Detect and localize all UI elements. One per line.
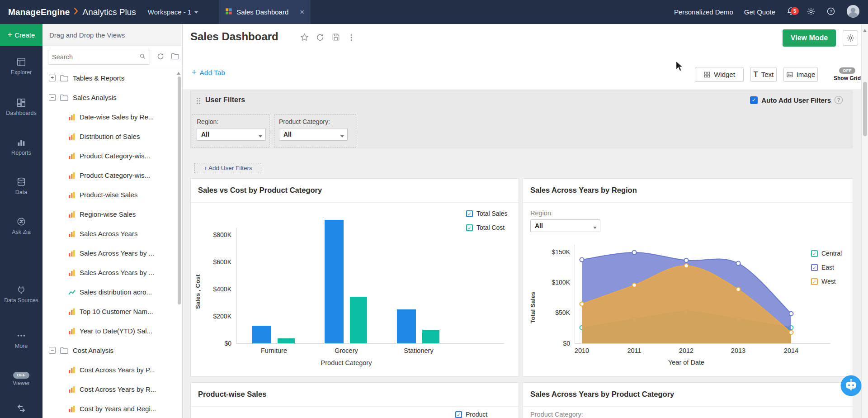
tree-item[interactable]: Product Category-wis... [42, 166, 183, 185]
collapse-icon[interactable]: − [49, 347, 56, 354]
sidebar-item-label: Data Sources [4, 297, 38, 304]
legend-checkbox[interactable] [466, 224, 473, 231]
tree-item[interactable]: Distribution of Sales [42, 127, 183, 146]
tree-item[interactable]: Date-wise Sales by Re... [42, 107, 183, 127]
tree-item[interactable]: Sales distribution acro... [42, 282, 183, 302]
view-mode-button[interactable]: View Mode [783, 29, 836, 47]
collapse-icon[interactable]: − [49, 94, 56, 101]
refresh-views-icon[interactable] [156, 52, 165, 62]
folder-icon [60, 74, 69, 83]
bar-chart-icon [68, 133, 75, 140]
legend-central[interactable]: Central [811, 250, 842, 257]
tree-item[interactable]: Sales Across Years by ... [42, 263, 183, 282]
scroll-up-icon[interactable] [863, 27, 867, 32]
legend-checkbox[interactable] [811, 278, 818, 285]
collapse-sidebar-button[interactable] [0, 403, 42, 416]
sidebar-item-data[interactable]: Data [0, 177, 42, 196]
tree-folder-sales-analysis[interactable]: − Sales Analysis [42, 88, 183, 107]
auto-add-checkbox[interactable] [750, 96, 758, 104]
scrollbar-thumb[interactable] [863, 82, 867, 136]
tree-item[interactable]: Cost by Years and Regi... [42, 399, 183, 418]
show-grid-toggle[interactable]: OFF Show Grid [832, 66, 862, 81]
help-icon[interactable]: ? [826, 7, 835, 18]
text-button[interactable]: T Text [750, 67, 777, 82]
sales-by-product-category-card: Sales Across Years by Product Category P… [523, 382, 853, 418]
scroll-up-icon[interactable] [177, 70, 180, 75]
search-box[interactable] [48, 50, 150, 65]
personalized-demo-link[interactable]: Personalized Demo [674, 8, 733, 16]
legend-checkbox[interactable] [466, 210, 473, 217]
tree-item[interactable]: Product Category-wis... [42, 146, 183, 166]
more-options-icon[interactable] [347, 33, 355, 43]
plus-icon [192, 68, 197, 77]
refresh-icon[interactable] [316, 33, 325, 43]
text-icon: T [754, 71, 758, 79]
tree-folder-cost-analysis[interactable]: − Cost Analysis [42, 341, 183, 360]
sidebar-item-label: Explorer [11, 69, 32, 76]
tree-item[interactable]: Sales Across Years [42, 224, 183, 243]
notifications-button[interactable]: 5 [786, 6, 796, 18]
avatar[interactable] [846, 5, 860, 20]
tree-scrollbar[interactable] [178, 76, 181, 304]
bar-grocery-cost [350, 297, 367, 343]
tab-close-icon[interactable] [300, 8, 304, 17]
viewer-toggle[interactable]: OFF Viewer [0, 371, 42, 387]
legend-west[interactable]: West [811, 278, 836, 285]
divider [523, 202, 853, 203]
legend-checkbox[interactable] [811, 264, 818, 271]
folder-icon [60, 93, 69, 102]
tree-item[interactable]: Cost Across Years by R... [42, 380, 183, 399]
chart-region-select[interactable]: All [530, 219, 600, 232]
legend-checkbox[interactable] [455, 411, 462, 418]
y-tick: $400K [204, 285, 231, 293]
save-icon[interactable] [331, 33, 340, 43]
tree-item[interactable]: Year to Date(YTD) Sal... [42, 321, 183, 341]
widget-button[interactable]: Widget [695, 67, 744, 82]
tree-item[interactable]: Product-wise Sales [42, 185, 183, 204]
workspace-selector[interactable]: Workspace - 1 [148, 8, 198, 16]
add-user-filters-button[interactable]: + Add User Filters [194, 163, 261, 173]
product-category-filter-select[interactable]: All [279, 128, 348, 141]
tree-item[interactable]: Sales Across Years by ... [42, 243, 183, 263]
y-axis-title: Sales , Cost [194, 238, 201, 346]
vertical-scrollbar[interactable] [861, 24, 868, 418]
x-axis-line [575, 343, 830, 344]
search-input[interactable] [52, 53, 137, 61]
create-button[interactable]: Create [0, 24, 42, 46]
sidebar-item-more[interactable]: More [0, 331, 42, 350]
tree-item[interactable]: Cost Across Years by P... [42, 360, 183, 380]
region-filter-select[interactable]: All [197, 128, 266, 141]
sidebar-item-ask-zia[interactable]: Ask Zia [0, 217, 42, 236]
legend-product[interactable]: Product [455, 411, 487, 418]
legend-east[interactable]: East [811, 264, 834, 271]
region-filter-box: Region: All [192, 114, 269, 147]
add-tab-button[interactable]: Add Tab [192, 68, 225, 77]
settings-gear-icon[interactable] [807, 7, 816, 18]
tree-item[interactable]: Top 10 Customer Nam... [42, 302, 183, 321]
x-tick: 2011 [616, 347, 652, 354]
chat-assistant-button[interactable] [840, 375, 862, 397]
tree-folder-tables-reports[interactable]: + Tables & Reports [42, 68, 183, 88]
chevron-down-icon [593, 227, 597, 231]
tree-item[interactable]: Region-wise Sales [42, 204, 183, 224]
dashboard-settings-button[interactable] [843, 30, 858, 46]
auto-add-user-filters: Auto Add User Filters ? [750, 96, 843, 104]
sidebar-item-data-sources[interactable]: Data Sources [0, 285, 42, 304]
sidebar-item-label: Ask Zia [12, 229, 31, 235]
help-circle-icon[interactable]: ? [835, 96, 843, 104]
sidebar-item-explorer[interactable]: Explorer [0, 57, 42, 76]
legend-total-sales[interactable]: Total Sales [466, 210, 507, 217]
get-quote-link[interactable]: Get Quote [744, 8, 775, 16]
image-button[interactable]: Image [783, 67, 818, 82]
drag-handle-icon[interactable] [196, 97, 201, 106]
sidebar-item-reports[interactable]: Reports [0, 138, 42, 157]
expand-icon[interactable]: + [49, 75, 56, 81]
favorite-star-icon[interactable] [300, 33, 309, 44]
y-tick: $100K [542, 279, 570, 286]
dashboard-tab[interactable]: Sales Dashboard [219, 0, 311, 24]
legend-checkbox[interactable] [811, 250, 818, 257]
sidebar-item-dashboards[interactable]: Dashboards [0, 98, 42, 117]
legend-total-cost[interactable]: Total Cost [466, 224, 505, 231]
main-content: Sales Dashboard View Mode Add Tab Widget… [183, 24, 868, 418]
new-folder-icon[interactable] [171, 52, 179, 62]
